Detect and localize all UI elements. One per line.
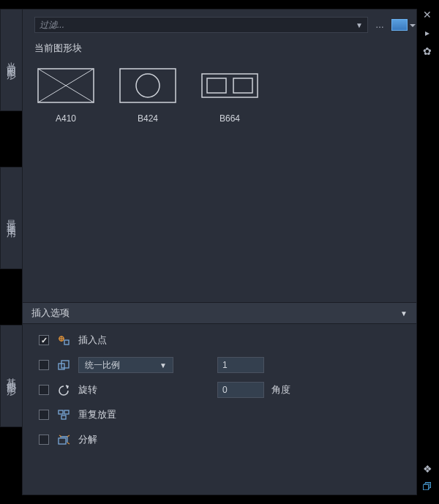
library-icon[interactable]: 🗇 <box>420 481 435 492</box>
current-blocks-header-label: 当前图形块 <box>34 42 82 53</box>
svg-rect-14 <box>61 415 66 419</box>
block-thumb-b664 <box>201 68 258 103</box>
checkbox-insertion-point[interactable] <box>39 335 49 345</box>
row-explode: 分解 <box>39 431 405 448</box>
svg-rect-5 <box>202 74 258 97</box>
rotate-icon <box>56 383 71 396</box>
expand-arrow-icon[interactable]: ▸ <box>420 28 435 38</box>
tab-recent[interactable]: 最近使用 <box>0 167 22 269</box>
checkbox-explode[interactable] <box>39 435 49 445</box>
scale-icon <box>56 358 71 372</box>
insert-options-title: 插入选项 <box>31 306 70 320</box>
row-scale: 统一比例 ▼ 1 <box>39 356 405 374</box>
insert-options-header[interactable]: 插入选项 ▼ <box>23 302 416 324</box>
chevron-down-icon: ▼ <box>160 361 167 369</box>
checkbox-repeat[interactable] <box>39 410 49 420</box>
filter-row: 过滤... ▼ … <box>23 10 416 39</box>
scale-mode-value: 统一比例 <box>85 359 120 372</box>
insert-options-body: 插入点 统一比例 ▼ 1 旋转 0 <box>23 324 416 460</box>
blocks-palette-panel: 过滤... ▼ … 当前图形块 A410 B424 <box>22 9 417 495</box>
rotate-value: 0 <box>222 385 228 395</box>
row-insertion-point: 插入点 <box>39 331 405 349</box>
svg-rect-9 <box>64 340 69 345</box>
rotate-label: 旋转 <box>78 383 173 396</box>
explode-label: 分解 <box>78 433 97 446</box>
filter-dropdown-icon[interactable]: ▼ <box>356 21 363 29</box>
browse-button[interactable]: … <box>374 20 386 30</box>
tab-current-drawing[interactable]: 当前图形 <box>0 9 22 111</box>
svg-rect-11 <box>61 361 69 368</box>
scale-value-input[interactable]: 1 <box>217 357 264 373</box>
checkbox-rotate[interactable] <box>39 385 49 395</box>
thumbnail-view-toggle[interactable] <box>391 19 408 31</box>
block-item-b664[interactable]: B664 <box>201 68 258 295</box>
repeat-label: 重复放置 <box>78 408 116 421</box>
svg-rect-15 <box>59 438 66 444</box>
row-rotate: 旋转 0 角度 <box>39 381 405 399</box>
current-blocks-header: 当前图形块 <box>23 39 416 61</box>
block-thumb-a410 <box>37 68 94 103</box>
svg-rect-12 <box>59 410 63 414</box>
tab-other-drawings-label: 其他图形 <box>5 370 18 382</box>
repeat-icon <box>56 408 71 421</box>
block-label: B424 <box>138 113 158 124</box>
svg-rect-7 <box>233 78 252 93</box>
block-item-b424[interactable]: B424 <box>119 68 176 295</box>
block-item-a410[interactable]: A410 <box>37 68 94 295</box>
tab-current-drawing-label: 当前图形 <box>5 54 18 66</box>
collapse-icon: ▼ <box>400 309 408 317</box>
scale-mode-dropdown[interactable]: 统一比例 ▼ <box>78 357 173 373</box>
tab-other-drawings[interactable]: 其他图形 <box>0 325 22 427</box>
filter-placeholder: 过滤... <box>40 19 64 31</box>
checkbox-scale[interactable] <box>39 360 49 370</box>
block-gallery: A410 B424 B664 <box>23 61 416 302</box>
tab-recent-label: 最近使用 <box>5 212 18 224</box>
explode-icon <box>56 433 71 446</box>
svg-rect-13 <box>64 410 69 414</box>
angle-unit-label: 角度 <box>271 383 290 396</box>
scale-value: 1 <box>222 360 228 370</box>
insertion-point-label: 插入点 <box>78 334 107 347</box>
filter-input[interactable]: 过滤... ▼ <box>34 17 368 33</box>
help-icon[interactable]: ❖ <box>420 463 435 475</box>
block-label: A410 <box>56 113 76 124</box>
gear-icon[interactable]: ✿ <box>420 45 435 57</box>
rotate-value-input[interactable]: 0 <box>217 382 264 398</box>
block-label: B664 <box>220 113 240 124</box>
block-thumb-b424 <box>119 68 176 103</box>
svg-point-4 <box>136 74 160 97</box>
row-repeat: 重复放置 <box>39 406 405 424</box>
svg-rect-6 <box>207 78 226 93</box>
tab-spacer2 <box>0 275 22 319</box>
insertion-point-icon <box>56 334 71 347</box>
tab-spacer <box>0 117 22 161</box>
close-icon[interactable]: ✕ <box>420 9 435 20</box>
